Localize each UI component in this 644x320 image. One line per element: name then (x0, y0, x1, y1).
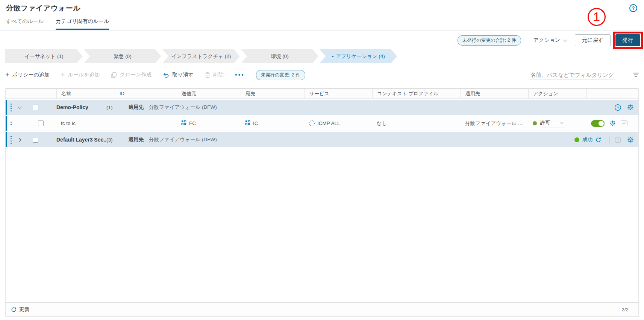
category-tab-emergency[interactable]: 緊急 (0) (84, 49, 161, 63)
category-label: アプリケーション (4) (336, 53, 385, 60)
clock-icon[interactable] (614, 136, 621, 143)
add-policy-button[interactable]: + ポリシーの追加 (5, 72, 50, 78)
policy-row-default-layer3[interactable]: Default Layer3 Sec... (3) 適用先 分散ファイアウォール… (6, 132, 638, 147)
row-handle-area (7, 137, 56, 143)
refresh-status-icon[interactable] (596, 137, 601, 143)
policy-rule-count: (1) (106, 105, 113, 110)
row-handle-area (7, 105, 56, 110)
rule-view-tabs: すべてのルール カテゴリ固有のルール (6, 18, 109, 30)
publish-button[interactable]: 発行 (615, 34, 640, 46)
rule-source-cell[interactable]: FC (177, 120, 241, 126)
action-bar: 未発行の変更の合計: 2 件 アクション 元に戻す 発行 (0, 32, 643, 49)
category-tab-environment[interactable]: 環境 (0) (241, 49, 318, 63)
applied-to-value[interactable]: 分散ファイアウォール (DFW) (149, 136, 217, 143)
policy-row-demo-policy[interactable]: Demo-Policy (1) 適用先 分散ファイアウォール (DFW) (6, 100, 638, 115)
context-profile-value: なし (377, 120, 387, 127)
header-name: 名前 (56, 89, 115, 98)
tab-category-rules[interactable]: カテゴリ固有のルール (56, 18, 109, 30)
table-footer: 更新 2/2 (6, 302, 638, 316)
publish-status: 成功 (574, 136, 601, 143)
more-actions-button[interactable]: ••• (235, 72, 245, 78)
unpublished-total-badge: 未発行の変更の合計: 2 件 (458, 35, 521, 46)
clone-button[interactable]: クローン作成 (111, 72, 152, 78)
row-checkbox[interactable] (33, 105, 38, 110)
add-rule-button[interactable]: + ルールを追加 (61, 72, 100, 78)
filter-icon[interactable] (633, 73, 639, 77)
refresh-button[interactable]: 更新 (11, 306, 29, 313)
rule-enabled-toggle[interactable] (591, 120, 605, 127)
action-dropdown[interactable]: 許可 (539, 119, 565, 128)
rule-row-icons (586, 120, 638, 127)
collapse-button[interactable] (17, 106, 21, 109)
policy-name: Demo-Policy (56, 104, 106, 110)
applied-to-value[interactable]: 分散ファイアウォール (DFW) (149, 104, 217, 111)
header-destination: 宛先 (241, 89, 305, 98)
expand-button[interactable] (17, 139, 21, 141)
gear-icon[interactable] (627, 136, 634, 143)
active-dot-icon: • (332, 53, 333, 59)
chevron-down-icon (560, 120, 563, 123)
clone-label: クローン作成 (120, 72, 152, 78)
category-tab-infrastructure[interactable]: インフラストラクチャ (2) (162, 49, 240, 63)
drag-handle-icon[interactable] (11, 106, 12, 107)
rule-applied-to-cell[interactable]: 分散ファイアウォール ... (461, 120, 528, 127)
revert-button[interactable]: 元に戻す (575, 34, 611, 46)
gear-icon[interactable] (609, 120, 616, 126)
help-icon[interactable]: ? (629, 4, 637, 12)
delete-label: 削除 (213, 72, 224, 78)
filter-box (530, 71, 639, 79)
page-indicator: 2/2 (621, 307, 633, 312)
service-icon (309, 120, 315, 126)
action-value: 許可 (540, 119, 550, 126)
policy-rule-count: (3) (106, 137, 113, 143)
category-tab-application[interactable]: • アプリケーション (4) (320, 49, 397, 63)
category-label: インフラストラクチャ (2) (171, 53, 231, 60)
category-tab-ethernet[interactable]: イーサネット (1) (5, 49, 83, 63)
rule-destination-cell[interactable]: IC (241, 120, 305, 126)
delete-button[interactable]: 削除 (205, 72, 224, 78)
table-header-row: 名前 ID 送信元 宛先 サービス コンテキスト プロファイル 適用先 アクショ… (6, 88, 638, 99)
category-bar: イーサネット (1) 緊急 (0) インフラストラクチャ (2) 環境 (0) … (5, 49, 398, 63)
add-rule-label: ルールを追加 (68, 72, 100, 78)
clock-icon[interactable] (614, 104, 621, 111)
filter-input[interactable] (530, 71, 615, 79)
tabs-divider (0, 30, 644, 30)
rule-action-cell: 許可 (528, 119, 586, 128)
header-source: 送信元 (177, 89, 241, 98)
header-applied-to: 適用先 (461, 89, 528, 98)
applied-to-label: 適用先 (129, 136, 144, 143)
status-text: 成功 (582, 136, 592, 143)
source-value: FC (189, 120, 196, 126)
divider (609, 136, 610, 143)
gear-icon[interactable] (627, 104, 634, 111)
tab-all-rules[interactable]: すべてのルール (6, 18, 44, 30)
actions-dropdown[interactable]: アクション (533, 37, 566, 44)
trash-icon (205, 72, 210, 78)
rule-service-cell[interactable]: ICMP ALL (305, 120, 372, 126)
header-id: ID (115, 89, 177, 98)
firewall-rules-table: 名前 ID 送信元 宛先 サービス コンテキスト プロファイル 適用先 アクショ… (5, 88, 639, 317)
undo-label: 取り消す (172, 72, 194, 78)
stats-graph-icon[interactable] (621, 120, 627, 126)
refresh-icon (11, 307, 17, 312)
grid-toolbar: + ポリシーの追加 + ルールを追加 クローン作成 取り消す 削除 ••• 未発… (5, 68, 639, 82)
actions-dropdown-label: アクション (533, 37, 561, 44)
row-checkbox[interactable] (38, 120, 44, 126)
rule-context-profile-cell[interactable]: なし (372, 120, 461, 127)
drag-handle-icon[interactable] (11, 138, 12, 139)
rule-name-cell: fc to ic (56, 120, 115, 126)
plus-icon: + (61, 72, 65, 78)
applied-to-label: 適用先 (129, 104, 144, 111)
rule-row-fc-to-ic[interactable]: fc to ic FC IC ICMP ALL なし (6, 116, 638, 131)
category-label: イーサネット (1) (25, 53, 64, 60)
drag-handle-icon[interactable] (11, 122, 12, 123)
undo-button[interactable]: 取り消す (163, 72, 194, 78)
success-dot-icon (574, 137, 579, 142)
policy-row-icons (614, 136, 638, 143)
refresh-label: 更新 (19, 306, 29, 313)
annotation-highlight-box: 発行 (613, 32, 643, 49)
destination-value: IC (253, 120, 258, 126)
header-context-profile: コンテキスト プロファイル (372, 89, 461, 98)
group-icon (181, 120, 186, 126)
row-checkbox[interactable] (33, 137, 38, 143)
